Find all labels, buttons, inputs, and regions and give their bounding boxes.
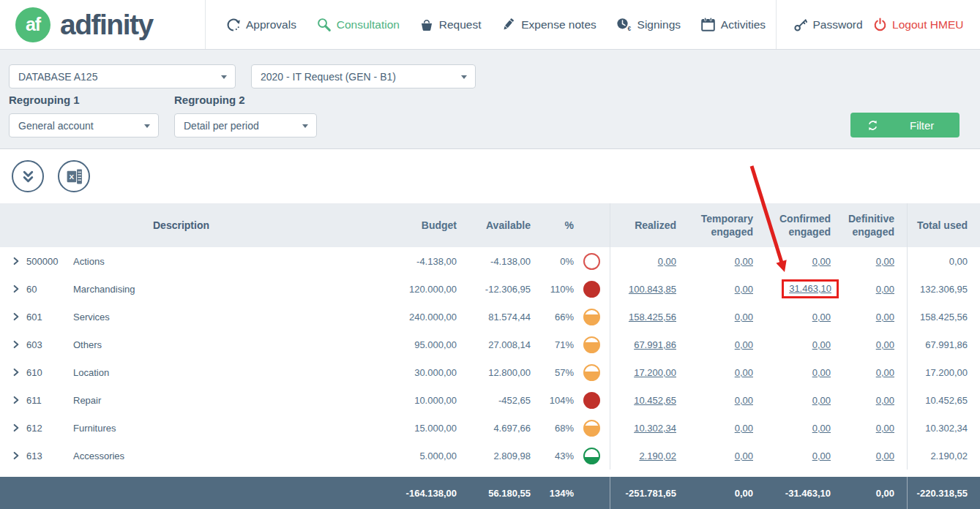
top-navigation: af adfinity Approvals Consultation Reque… [0, 0, 980, 50]
realized-link[interactable]: 2.190,02 [639, 450, 676, 461]
table-row: 601Services240.000,0081.574,4466%158.425… [0, 303, 980, 331]
temporary-engaged-link[interactable]: 0,00 [735, 395, 753, 406]
expand-row-button[interactable] [0, 303, 26, 331]
nav-approvals[interactable]: Approvals [226, 18, 296, 32]
expand-row-button[interactable] [0, 414, 26, 442]
nav-request[interactable]: Request [419, 18, 482, 32]
expand-row-button[interactable] [0, 275, 26, 303]
percent-value: 110% [531, 275, 574, 303]
definitive-engaged-link[interactable]: 0,00 [876, 339, 894, 350]
account-code: 500000 [26, 247, 73, 275]
usage-status-circle [574, 275, 610, 303]
confirmed-engaged-link[interactable]: 0,00 [812, 367, 831, 378]
definitive-engaged-link[interactable]: 0,00 [876, 367, 894, 378]
table-header-row: Description Budget Available % Realized … [0, 203, 980, 247]
temporary-engaged-link[interactable]: 0,00 [735, 450, 753, 461]
definitive-engaged-link[interactable]: 0,00 [876, 450, 894, 461]
regrouping2-select[interactable]: Detail per period [174, 113, 317, 137]
temporary-engaged-link[interactable]: 0,00 [735, 367, 753, 378]
database-select-value: DATABASE A125 [18, 71, 97, 83]
key-icon [793, 18, 808, 32]
nav-expense-notes[interactable]: Expense notes [501, 17, 596, 32]
excel-icon: X [65, 167, 83, 186]
filter-button-label: Filter [910, 119, 934, 132]
budget-value: 120.000,00 [289, 275, 457, 303]
temporary-engaged-link[interactable]: 0,00 [735, 256, 753, 267]
definitive-engaged-link[interactable]: 0,00 [876, 395, 894, 406]
confirmed-engaged-link[interactable]: 0,00 [812, 423, 831, 434]
expand-all-button[interactable] [12, 160, 44, 192]
total-used-value: 17.200,00 [908, 358, 980, 386]
header-realized: Realized [610, 203, 680, 247]
realized-link[interactable]: 158.425,56 [629, 312, 676, 323]
available-value: -4.138,00 [457, 247, 531, 275]
realized-link[interactable]: 100.843,85 [629, 284, 676, 295]
footer-spacer [73, 477, 289, 509]
nav-activities[interactable]: Activities [700, 17, 766, 32]
temporary-engaged-link[interactable]: 0,00 [735, 312, 753, 323]
table-toolbar: X [0, 149, 980, 203]
confirmed-engaged-link[interactable]: 0,00 [812, 339, 831, 350]
percent-value: 57% [531, 358, 574, 386]
database-select[interactable]: DATABASE A125 [9, 64, 236, 88]
export-excel-button[interactable]: X [58, 160, 90, 192]
realized-link[interactable]: 0,00 [658, 256, 676, 267]
total-used-value: 0,00 [908, 247, 980, 275]
nav-signings[interactable]: € Signings [616, 18, 681, 32]
account-code: 612 [26, 414, 73, 442]
expand-row-button[interactable] [0, 358, 26, 386]
definitive-engaged-link[interactable]: 0,00 [876, 423, 894, 434]
expand-row-button[interactable] [0, 386, 26, 414]
account-description: Repair [73, 386, 289, 414]
realized-link[interactable]: 17.200,00 [634, 367, 676, 378]
realized-link[interactable]: 67.991,86 [634, 339, 676, 350]
nav-consultation[interactable]: Consultation [316, 17, 400, 32]
confirmed-engaged-link[interactable]: 0,00 [812, 395, 831, 406]
expand-row-button[interactable] [0, 331, 26, 358]
realized-link[interactable]: 10.452,65 [634, 395, 676, 406]
usage-status-circle [574, 331, 610, 358]
confirmed-engaged-link[interactable]: 0,00 [812, 312, 831, 323]
definitive-engaged-link[interactable]: 0,00 [876, 256, 894, 267]
header-budget: Budget [289, 203, 457, 247]
account-code: 610 [26, 358, 73, 386]
regrouping2-label: Regrouping 2 [174, 94, 245, 106]
table-row: 500000Actions-4.138,00-4.138,000%0,000,0… [0, 247, 980, 275]
app-logo[interactable]: af adfinity [0, 0, 206, 49]
total-definitive-engaged: 0,00 [832, 477, 908, 509]
header-spacer [0, 203, 26, 247]
budget-select[interactable]: 2020 - IT Request (GEN - B1) [251, 64, 476, 88]
confirmed-engaged-link[interactable]: 31.463,10 [782, 279, 839, 298]
table-row: 610Location30.000,0012.800,0057%17.200,0… [0, 358, 980, 386]
budget-value: 5.000,00 [289, 442, 457, 470]
total-used-value: 67.991,86 [908, 331, 980, 358]
account-code: 611 [26, 386, 73, 414]
definitive-engaged-link[interactable]: 0,00 [876, 312, 894, 323]
clock-euro-icon: € [616, 18, 632, 32]
logo-badge: af [15, 7, 51, 42]
percent-value: 0% [531, 247, 574, 275]
header-spacer [26, 203, 73, 247]
filter-button[interactable]: Filter [850, 113, 960, 137]
table-body: 500000Actions-4.138,00-4.138,000%0,000,0… [0, 247, 980, 470]
temporary-engaged-link[interactable]: 0,00 [735, 284, 753, 295]
nav-password[interactable]: Password [793, 18, 863, 32]
expand-row-button[interactable] [0, 247, 26, 275]
account-code: 603 [26, 331, 73, 358]
confirmed-engaged-link[interactable]: 0,00 [812, 450, 831, 461]
definitive-engaged-link[interactable]: 0,00 [876, 284, 894, 295]
budget-value: -4.138,00 [289, 247, 457, 275]
regrouping1-select-value: General account [18, 120, 94, 132]
calendar-icon [700, 17, 716, 32]
temporary-engaged-link[interactable]: 0,00 [735, 423, 753, 434]
nav-logout[interactable]: Logout HMEU [873, 18, 963, 31]
percent-value: 71% [531, 331, 574, 358]
footer-spacer [574, 477, 610, 509]
account-description: Actions [73, 247, 289, 275]
confirmed-engaged-link[interactable]: 0,00 [812, 256, 831, 267]
expand-row-button[interactable] [0, 442, 26, 470]
realized-link[interactable]: 10.302,34 [634, 423, 676, 434]
total-budget: -164.138,00 [289, 477, 457, 509]
regrouping1-select[interactable]: General account [9, 113, 159, 137]
temporary-engaged-link[interactable]: 0,00 [735, 339, 753, 350]
